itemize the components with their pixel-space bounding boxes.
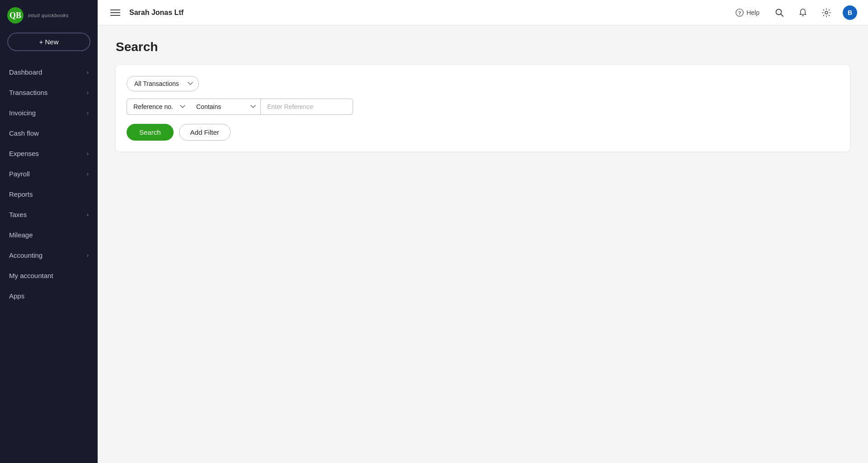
transaction-type-select[interactable]: All Transactions Invoices Expenses Payme…	[127, 76, 199, 91]
search-button-label: Search	[139, 128, 161, 136]
hamburger-line	[110, 9, 120, 10]
svg-line-5	[781, 14, 783, 16]
gear-icon	[822, 8, 831, 17]
svg-point-6	[825, 11, 828, 14]
chevron-right-icon: ›	[87, 252, 89, 259]
chevron-right-icon: ›	[87, 151, 89, 157]
search-icon	[775, 8, 784, 17]
sidebar-item-my-accountant[interactable]: My accountant	[0, 265, 98, 286]
chevron-right-icon: ›	[87, 171, 89, 177]
brand-name: intuit quickbooks	[28, 13, 69, 18]
sidebar-item-label: Transactions	[9, 89, 47, 96]
filter-value-input[interactable]	[261, 99, 353, 115]
search-controls: All Transactions Invoices Expenses Payme…	[116, 65, 850, 151]
sidebar: QB intuit quickbooks + New Dashboard › T…	[0, 0, 98, 463]
hamburger-line	[110, 12, 120, 13]
add-filter-button[interactable]: Add Filter	[179, 124, 231, 141]
help-label: Help	[746, 9, 760, 16]
help-icon: ?	[736, 9, 744, 17]
sidebar-item-taxes[interactable]: Taxes ›	[0, 204, 98, 225]
chevron-right-icon: ›	[87, 69, 89, 76]
sidebar-item-label: Taxes	[9, 211, 27, 218]
sidebar-item-label: My accountant	[9, 272, 53, 279]
sidebar-item-payroll[interactable]: Payroll ›	[0, 164, 98, 184]
search-button[interactable]	[772, 5, 787, 20]
settings-button[interactable]	[819, 5, 834, 20]
sidebar-item-label: Payroll	[9, 170, 30, 178]
action-buttons-row: Search Add Filter	[127, 124, 839, 141]
logo-area: QB intuit quickbooks	[0, 0, 98, 33]
sidebar-item-label: Mileage	[9, 231, 33, 239]
sidebar-item-label: Invoicing	[9, 109, 36, 117]
header: Sarah Jonas Ltf ? Help	[98, 0, 868, 25]
quickbooks-logo: QB	[7, 7, 24, 24]
header-right: ? Help	[732, 5, 857, 20]
sidebar-item-label: Dashboard	[9, 68, 42, 76]
sidebar-item-label: Reports	[9, 190, 33, 198]
sidebar-item-label: Apps	[9, 292, 24, 300]
help-button[interactable]: ? Help	[732, 7, 763, 19]
sidebar-item-dashboard[interactable]: Dashboard ›	[0, 62, 98, 82]
user-avatar[interactable]: B	[843, 5, 857, 20]
chevron-right-icon: ›	[87, 90, 89, 96]
add-filter-button-label: Add Filter	[190, 128, 219, 136]
sidebar-item-expenses[interactable]: Expenses ›	[0, 143, 98, 164]
page-title: Search	[116, 40, 850, 54]
user-initial: B	[848, 9, 852, 16]
sidebar-item-invoicing[interactable]: Invoicing ›	[0, 103, 98, 123]
svg-text:?: ?	[738, 10, 741, 15]
transaction-type-row: All Transactions Invoices Expenses Payme…	[127, 76, 839, 91]
header-left: Sarah Jonas Ltf	[108, 8, 184, 18]
filter-row: Reference no. Date Amount Name Contains …	[127, 99, 839, 115]
chevron-right-icon: ›	[87, 212, 89, 218]
notifications-button[interactable]	[796, 5, 810, 20]
sidebar-item-label: Cash flow	[9, 129, 39, 137]
sidebar-item-transactions[interactable]: Transactions ›	[0, 82, 98, 103]
hamburger-line	[110, 15, 120, 16]
main-area: Sarah Jonas Ltf ? Help	[98, 0, 868, 463]
hamburger-button[interactable]	[108, 8, 122, 18]
sidebar-item-apps[interactable]: Apps	[0, 286, 98, 306]
filter-field-select[interactable]: Reference no. Date Amount Name	[127, 99, 190, 115]
bell-icon	[798, 8, 807, 17]
search-button[interactable]: Search	[127, 124, 174, 141]
new-button[interactable]: + New	[7, 33, 90, 51]
sidebar-item-mileage[interactable]: Mileage	[0, 225, 98, 245]
svg-text:QB: QB	[9, 11, 21, 20]
sidebar-item-reports[interactable]: Reports	[0, 184, 98, 204]
company-name: Sarah Jonas Ltf	[129, 9, 184, 17]
sidebar-item-label: Expenses	[9, 150, 39, 157]
sidebar-item-accounting[interactable]: Accounting ›	[0, 245, 98, 265]
chevron-right-icon: ›	[87, 110, 89, 116]
new-button-label: + New	[39, 38, 59, 46]
sidebar-item-label: Accounting	[9, 251, 42, 259]
sidebar-nav: Dashboard › Transactions › Invoicing › C…	[0, 62, 98, 306]
sidebar-item-cash-flow[interactable]: Cash flow	[0, 123, 98, 143]
content-area: Search All Transactions Invoices Expense…	[98, 25, 868, 463]
filter-condition-select[interactable]: Contains Equals Does not contain Starts …	[190, 99, 261, 115]
